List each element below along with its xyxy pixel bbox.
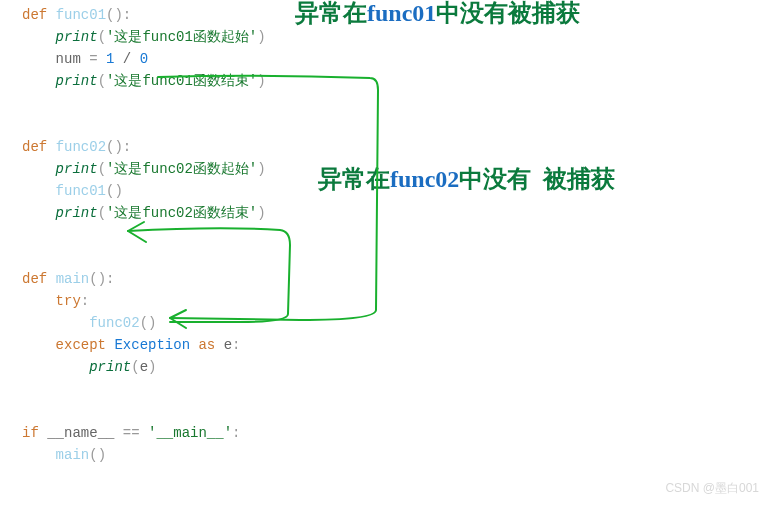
fn-main: main <box>56 271 90 287</box>
kw-if: if <box>22 425 39 441</box>
fn-func01: func01 <box>56 7 106 23</box>
annotation-1-fn: func01 <box>367 0 436 26</box>
call-main: main <box>56 447 90 463</box>
code-block: def func01(): print('这是func01函数起始') num … <box>22 4 765 466</box>
print-call: print <box>56 73 98 89</box>
annotation-2-mid: 中没有 <box>459 166 531 192</box>
print-call: print <box>56 29 98 45</box>
annotation-1-pre: 异常在 <box>295 0 367 26</box>
kw-as: as <box>198 337 215 353</box>
print-call: print <box>56 161 98 177</box>
annotation-2-post: 被捕获 <box>543 166 615 192</box>
fn-func02: func02 <box>56 139 106 155</box>
var-num: num <box>56 51 81 67</box>
annotation-1-post: 中没有被捕获 <box>436 0 580 26</box>
print-call: print <box>56 205 98 221</box>
string-literal: '这是func02函数起始' <box>106 161 257 177</box>
string-literal: '这是func02函数结束' <box>106 205 257 221</box>
number-0: 0 <box>140 51 148 67</box>
annotation-2: 异常在func02中没有 被捕获 <box>318 168 615 190</box>
call-func01: func01 <box>56 183 106 199</box>
string-literal: '这是func01函数起始' <box>106 29 257 45</box>
annotation-2-fn: func02 <box>390 166 459 192</box>
kw-def: def <box>22 271 47 287</box>
kw-try: try <box>56 293 81 309</box>
print-call: print <box>89 359 131 375</box>
kw-def: def <box>22 139 47 155</box>
rparen: ) <box>114 7 122 23</box>
main-dunder: '__main__' <box>148 425 232 441</box>
annotation-2-pre: 异常在 <box>318 166 390 192</box>
kw-except: except <box>56 337 106 353</box>
var-e: e <box>224 337 232 353</box>
colon: : <box>123 7 131 23</box>
name-dunder: __name__ <box>47 425 114 441</box>
exception: Exception <box>114 337 190 353</box>
call-func02: func02 <box>89 315 139 331</box>
kw-def: def <box>22 7 47 23</box>
number-1: 1 <box>106 51 114 67</box>
watermark: CSDN @墨白001 <box>665 477 759 499</box>
string-literal: '这是func01函数结束' <box>106 73 257 89</box>
annotation-1: 异常在func01中没有被捕获 <box>295 2 580 24</box>
